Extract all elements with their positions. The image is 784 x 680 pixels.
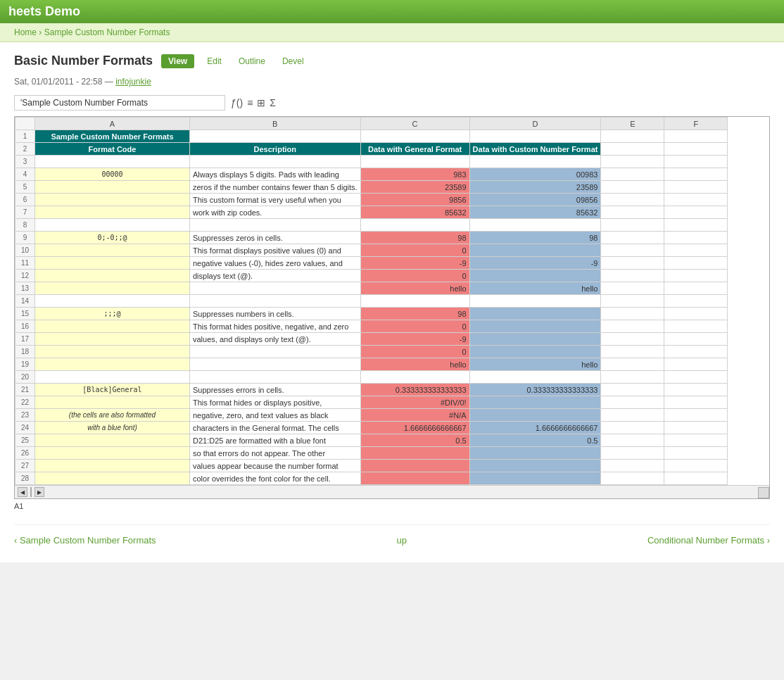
cell-r11c1[interactable] [35,257,190,270]
cell-r3c6[interactable] [664,156,728,168]
cell-r20c1[interactable] [35,371,190,384]
cell-r8c5[interactable] [601,219,664,232]
cell-r23c4[interactable] [469,409,601,422]
cell-r25c5[interactable] [601,434,664,447]
cell-r12c2[interactable]: displays text (@). [190,270,361,282]
cell-r2c1[interactable]: Format Code [35,143,190,156]
cell-r16c6[interactable] [664,320,728,333]
row-num-18[interactable]: 18 [15,346,35,358]
prev-page-link[interactable]: ‹ Sample Custom Number Formats [14,535,156,546]
row-num-1[interactable]: 1 [15,130,35,143]
cell-r4c4[interactable]: 00983 [469,168,601,181]
cell-r26c5[interactable] [601,447,664,460]
cell-r6c3[interactable]: 9856 [360,194,469,206]
cell-r6c5[interactable] [601,194,664,206]
cell-r16c2[interactable]: This format hides positive, negative, an… [190,320,361,333]
row-num-7[interactable]: 7 [15,206,35,219]
row-num-8[interactable]: 8 [15,219,35,232]
cell-r4c6[interactable] [664,168,728,181]
cell-r17c4[interactable] [469,333,601,346]
cell-r17c2[interactable]: values, and displays only text (@). [190,333,361,346]
cell-r4c1[interactable]: 00000 [35,168,190,181]
cell-r6c1[interactable] [35,194,190,206]
cell-r2c3[interactable]: Data with General Format [360,143,469,156]
cell-ref-box[interactable]: 'Sample Custom Number Formats [14,95,225,111]
cell-r22c1[interactable] [35,396,190,409]
cell-r5c6[interactable] [664,181,728,194]
cell-r16c4[interactable] [469,320,601,333]
cell-r6c6[interactable] [664,194,728,206]
cell-r3c4[interactable] [469,156,601,168]
cell-r14c5[interactable] [601,295,664,308]
cell-r25c1[interactable] [35,434,190,447]
tab-edit[interactable]: Edit [203,54,226,68]
cell-r11c2[interactable]: negative values (-0), hides zero values,… [190,257,361,270]
cell-r1c4[interactable] [469,130,601,143]
cell-r8c6[interactable] [664,219,728,232]
row-num-14[interactable]: 14 [15,295,35,308]
cell-r7c3[interactable]: 85632 [360,206,469,219]
cell-r16c3[interactable]: 0 [360,320,469,333]
cell-r2c2[interactable]: Description [190,143,361,156]
cell-r6c4[interactable]: 09856 [469,194,601,206]
cell-r21c6[interactable] [664,384,728,396]
cell-r19c5[interactable] [601,358,664,371]
row-num-3[interactable]: 3 [15,156,35,168]
cell-r24c1[interactable]: with a blue font) [35,422,190,434]
row-num-17[interactable]: 17 [15,333,35,346]
cell-r2c4[interactable]: Data with Custom Number Format [469,143,601,156]
cell-r22c5[interactable] [601,396,664,409]
tab-devel[interactable]: Devel [278,54,308,68]
row-num-4[interactable]: 4 [15,168,35,181]
cell-r23c5[interactable] [601,409,664,422]
cell-r28c3[interactable] [360,472,469,485]
sum-icon[interactable]: Σ [270,97,276,108]
cell-r21c5[interactable] [601,384,664,396]
cell-r25c2[interactable]: D21:D25 are formatted with a blue font [190,434,361,447]
cell-r14c2[interactable] [190,295,361,308]
cell-r24c6[interactable] [664,422,728,434]
cell-r28c6[interactable] [664,472,728,485]
tab-outline[interactable]: Outline [234,54,270,68]
cell-r8c3[interactable] [360,219,469,232]
cell-r15c5[interactable] [601,308,664,320]
cell-r15c6[interactable] [664,308,728,320]
cell-r9c5[interactable] [601,232,664,244]
cell-r18c1[interactable] [35,346,190,358]
cell-r23c2[interactable]: negative, zero, and text values as black [190,409,361,422]
row-num-21[interactable]: 21 [15,384,35,396]
cell-r5c1[interactable] [35,181,190,194]
cell-r12c6[interactable] [664,270,728,282]
row-num-27[interactable]: 27 [15,460,35,472]
cell-r17c3[interactable]: -9 [360,333,469,346]
cell-r11c4[interactable]: -9 [469,257,601,270]
cell-r9c2[interactable]: Suppresses zeros in cells. [190,232,361,244]
cell-r19c1[interactable] [35,358,190,371]
cell-r26c6[interactable] [664,447,728,460]
cell-r14c6[interactable] [664,295,728,308]
cell-r10c2[interactable]: This format displays positive values (0)… [190,244,361,257]
cell-r20c4[interactable] [469,371,601,384]
cell-r26c3[interactable] [360,447,469,460]
link-icon[interactable]: ⊞ [257,97,265,108]
cell-r10c3[interactable]: 0 [360,244,469,257]
cell-r14c3[interactable] [360,295,469,308]
cell-r10c1[interactable] [35,244,190,257]
cell-r20c3[interactable] [360,371,469,384]
cell-r4c3[interactable]: 983 [360,168,469,181]
cell-r8c2[interactable] [190,219,361,232]
cell-r19c3[interactable]: hello [360,358,469,371]
cell-r27c5[interactable] [601,460,664,472]
fx-icon[interactable]: ƒ() [231,97,243,108]
cell-r28c5[interactable] [601,472,664,485]
cell-r21c1[interactable]: [Black]General [35,384,190,396]
h-scrollbar[interactable] [30,487,32,497]
row-num-26[interactable]: 26 [15,447,35,460]
cell-r7c5[interactable] [601,206,664,219]
cell-r17c1[interactable] [35,333,190,346]
cell-r17c6[interactable] [664,333,728,346]
cell-r18c5[interactable] [601,346,664,358]
cell-r8c1[interactable] [35,219,190,232]
row-num-6[interactable]: 6 [15,194,35,206]
cell-r13c4[interactable]: hello [469,282,601,295]
